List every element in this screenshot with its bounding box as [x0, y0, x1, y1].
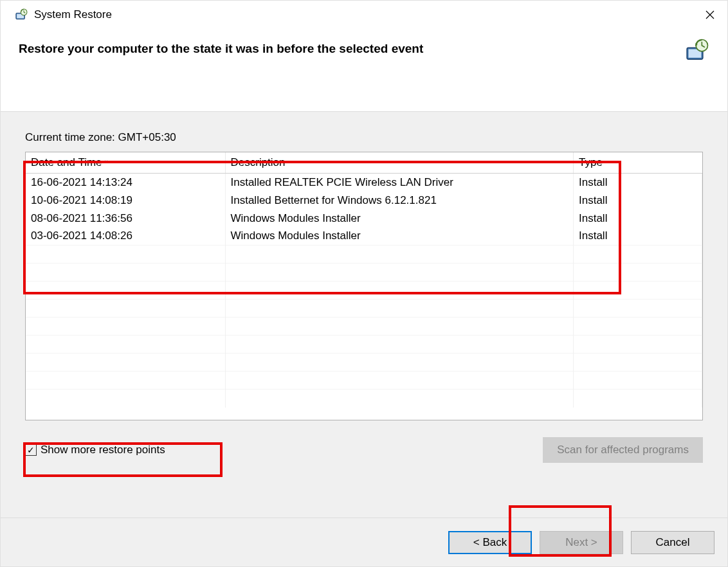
scan-affected-button[interactable]: Scan for affected programs — [543, 437, 703, 463]
table-header-row: Date and Time⌄ Description Type — [26, 152, 702, 174]
cell-date: 10-06-2021 14:08:19 — [26, 192, 225, 210]
cell-description: Windows Modules Installer — [225, 210, 574, 228]
system-restore-icon — [14, 7, 29, 22]
cell-date: 03-06-2021 14:08:26 — [26, 228, 225, 246]
sort-indicator-icon: ⌄ — [104, 156, 109, 163]
table-row-empty — [26, 282, 702, 300]
checkbox-icon: ✓ — [25, 444, 37, 456]
cell-date: 08-06-2021 11:36:56 — [26, 210, 225, 228]
col-date-label: Date and Time — [31, 156, 102, 168]
col-date[interactable]: Date and Time⌄ — [26, 152, 225, 174]
table-row-empty — [26, 336, 702, 354]
col-type[interactable]: Type — [574, 152, 702, 174]
show-more-checkbox[interactable]: ✓ Show more restore points — [25, 444, 165, 456]
table-row-empty — [26, 390, 702, 408]
cell-type: Install — [574, 174, 702, 192]
table-row[interactable]: 16-06-2021 14:13:24Installed REALTEK PCI… — [26, 174, 702, 192]
col-description[interactable]: Description — [225, 152, 574, 174]
table-row-empty — [26, 246, 702, 264]
back-button[interactable]: < Back — [448, 531, 532, 554]
cell-date: 16-06-2021 14:13:24 — [26, 174, 225, 192]
table-row[interactable]: 10-06-2021 14:08:19Installed Betternet f… — [26, 192, 702, 210]
cell-description: Windows Modules Installer — [225, 228, 574, 246]
wizard-footer: < Back Next > Cancel — [1, 518, 727, 566]
system-restore-large-icon — [684, 38, 709, 64]
restore-points-table[interactable]: Date and Time⌄ Description Type 16-06-20… — [25, 152, 703, 420]
close-button[interactable] — [695, 4, 725, 25]
titlebar: System Restore — [1, 1, 727, 29]
col-description-label: Description — [231, 156, 286, 168]
cell-description: Installed Betternet for Windows 6.12.1.8… — [225, 192, 574, 210]
table-row[interactable]: 03-06-2021 14:08:26Windows Modules Insta… — [26, 228, 702, 246]
content-pane: Current time zone: GMT+05:30 Date and Ti… — [1, 111, 727, 518]
window-title: System Restore — [34, 8, 695, 21]
header-area: Restore your computer to the state it wa… — [1, 29, 727, 111]
table-row-empty — [26, 318, 702, 336]
timezone-label: Current time zone: GMT+05:30 — [25, 131, 703, 144]
next-button[interactable]: Next > — [540, 531, 623, 554]
table-row-empty — [26, 354, 702, 372]
cell-type: Install — [574, 228, 702, 246]
cell-description: Installed REALTEK PCIE Wireless LAN Driv… — [225, 174, 574, 192]
table-row[interactable]: 08-06-2021 11:36:56Windows Modules Insta… — [26, 210, 702, 228]
show-more-label: Show more restore points — [41, 444, 165, 456]
table-row-empty — [26, 372, 702, 390]
cancel-button[interactable]: Cancel — [631, 531, 714, 554]
system-restore-window: System Restore Restore your computer to … — [0, 0, 728, 567]
cell-type: Install — [574, 210, 702, 228]
below-table-row: ✓ Show more restore points Scan for affe… — [25, 437, 703, 463]
table-row-empty — [26, 300, 702, 318]
table-row-empty — [26, 264, 702, 282]
cell-type: Install — [574, 192, 702, 210]
header-instruction: Restore your computer to the state it wa… — [19, 42, 676, 56]
col-type-label: Type — [579, 156, 603, 168]
